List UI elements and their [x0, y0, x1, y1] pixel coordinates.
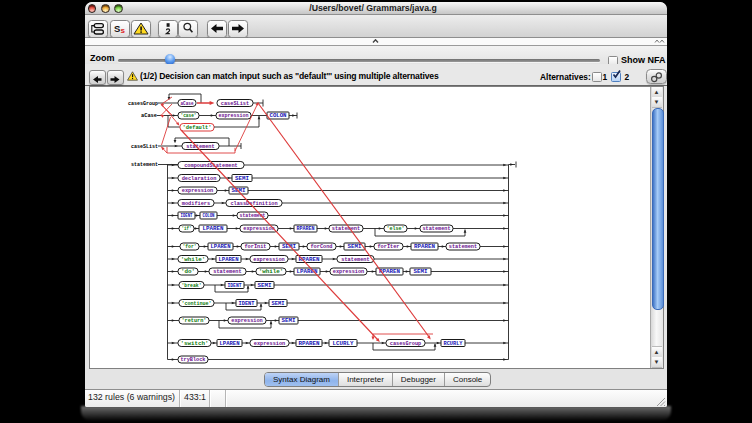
svg-text:IDENT: IDENT	[238, 301, 254, 307]
svg-text:LCURLY: LCURLY	[332, 341, 354, 347]
svg-text:forInit: forInit	[244, 244, 266, 250]
svg-text:RCURLY: RCURLY	[443, 341, 463, 347]
svg-text:RPAREN: RPAREN	[298, 341, 319, 347]
svg-text:LPAREN: LPAREN	[202, 226, 223, 232]
svg-text:tryBlock: tryBlock	[180, 357, 205, 363]
svg-text:COLON: COLON	[269, 113, 286, 119]
svg-text:'do': 'do'	[181, 269, 195, 275]
svg-text:caseSList: caseSList	[131, 144, 158, 150]
svg-text:'while': 'while'	[180, 257, 205, 263]
svg-text:caseSList: caseSList	[220, 101, 248, 107]
svg-text:statement: statement	[422, 226, 450, 232]
svg-text:'case': 'case'	[180, 113, 196, 119]
svg-text:statement: statement	[331, 226, 359, 232]
svg-text:forCond: forCond	[310, 244, 332, 250]
svg-text:expression: expression	[253, 257, 285, 263]
svg-text:statement: statement	[186, 144, 214, 150]
svg-text:'if': 'if'	[181, 226, 191, 232]
svg-text:expression: expression	[231, 318, 263, 324]
svg-text:COLON: COLON	[202, 213, 214, 219]
svg-text:forIter: forIter	[377, 244, 399, 250]
svg-text:RPAREN: RPAREN	[296, 226, 314, 232]
svg-text:SEMI: SEMI	[347, 244, 361, 250]
svg-text:SEMI: SEMI	[257, 283, 271, 289]
svg-text:declaration: declaration	[181, 176, 216, 182]
svg-text:casesGroup: casesGroup	[389, 341, 421, 347]
svg-text:'for': 'for'	[182, 244, 196, 250]
svg-text:'return': 'return'	[181, 318, 206, 324]
svg-text:expression: expression	[218, 113, 248, 119]
svg-text:expression: expression	[332, 269, 364, 275]
svg-text:aCase: aCase	[141, 113, 157, 119]
svg-text:expression: expression	[181, 188, 213, 194]
svg-text:SEMI: SEMI	[281, 318, 295, 324]
svg-text:statement: statement	[131, 162, 158, 168]
svg-text:IDENT: IDENT	[180, 213, 192, 219]
svg-text:statement: statement	[213, 269, 241, 275]
svg-text:SEMI: SEMI	[271, 301, 284, 307]
svg-text:RPAREN: RPAREN	[414, 244, 435, 250]
svg-text:s: s	[120, 26, 125, 35]
svg-text:statement: statement	[448, 244, 476, 250]
svg-text:'switch': 'switch'	[180, 341, 208, 347]
svg-text:'default': 'default'	[182, 125, 211, 131]
svg-text:LPAREN: LPAREN	[218, 257, 238, 263]
svg-text:casesGroup: casesGroup	[128, 101, 158, 107]
svg-text:aCase: aCase	[180, 101, 193, 107]
svg-text:'continue': 'continue'	[181, 301, 211, 307]
svg-text:LPAREN: LPAREN	[210, 244, 230, 250]
svg-text:SEMI: SEMI	[413, 269, 427, 275]
svg-text:classDefinition: classDefinition	[230, 201, 277, 207]
svg-text:statement: statement	[341, 257, 369, 263]
svg-text:compoundStatement: compoundStatement	[184, 163, 238, 169]
svg-text:modifiers: modifiers	[181, 201, 209, 207]
svg-text:'else': 'else'	[386, 226, 404, 232]
svg-text:'while': 'while'	[258, 269, 283, 275]
svg-text:IDENT: IDENT	[227, 283, 241, 289]
svg-text:expression: expression	[243, 226, 275, 232]
svg-text:SEMI: SEMI	[235, 176, 249, 182]
svg-text:'break': 'break'	[181, 283, 201, 289]
svg-text:S: S	[114, 23, 120, 34]
svg-text:LPAREN: LPAREN	[219, 341, 239, 347]
svg-text:expression: expression	[253, 341, 285, 347]
